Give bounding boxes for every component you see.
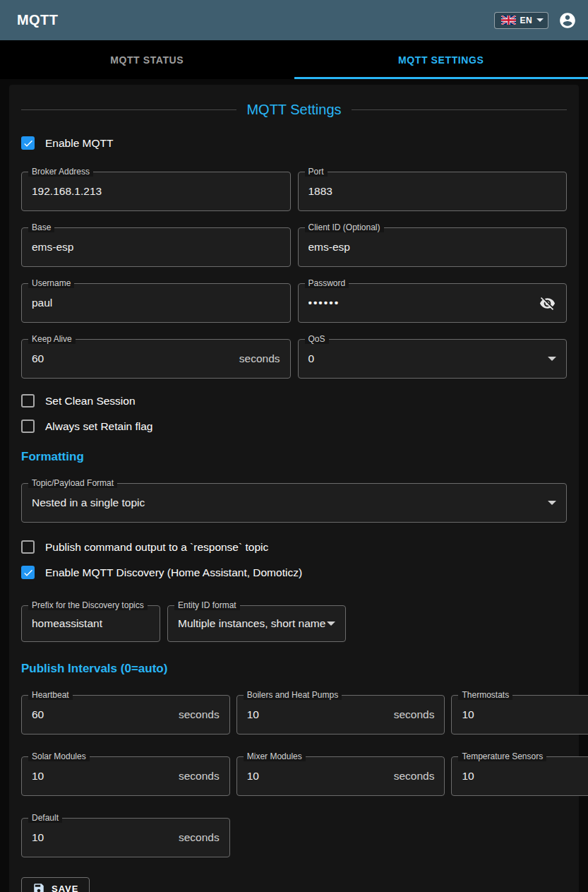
- divider-line: [21, 109, 236, 110]
- password-input[interactable]: [308, 297, 539, 309]
- discovery-row: Enable MQTT Discovery (Home Assistant, D…: [21, 566, 567, 579]
- broker-address-input[interactable]: [32, 185, 280, 198]
- base-label: Base: [28, 222, 54, 232]
- default-label: Default: [28, 813, 62, 823]
- mixer-input[interactable]: [247, 770, 388, 783]
- client-id-input[interactable]: [308, 241, 557, 254]
- dropdown-arrow-icon: [548, 501, 556, 505]
- keep-alive-label: Keep Alive: [28, 334, 76, 344]
- clean-session-row: Set Clean Session: [21, 394, 567, 408]
- save-button-label: SAVE: [52, 884, 78, 892]
- response-topic-checkbox[interactable]: [21, 540, 35, 554]
- topic-format-value: Nested in a single topic: [32, 496, 548, 509]
- save-button[interactable]: SAVE: [21, 877, 90, 892]
- username-label: Username: [28, 278, 74, 288]
- keep-alive-field: Keep Alive seconds: [21, 339, 291, 379]
- qos-label: QoS: [305, 334, 329, 344]
- qos-select[interactable]: QoS 0: [298, 339, 568, 379]
- solar-unit: seconds: [179, 770, 220, 783]
- base-field: Base: [21, 227, 291, 267]
- interval-field-solar: Solar Modules seconds: [21, 756, 230, 796]
- solar-label: Solar Modules: [28, 751, 90, 761]
- app-bar: MQTT EN: [0, 0, 588, 40]
- enable-mqtt-checkbox[interactable]: [21, 136, 35, 150]
- broker-address-field: Broker Address: [21, 172, 291, 211]
- retain-flag-label: Always set Retain flag: [45, 420, 153, 433]
- enable-mqtt-label: Enable MQTT: [45, 137, 113, 150]
- interval-field-mixer: Mixer Modules seconds: [236, 756, 445, 796]
- interval-field-boilers: Boilers and Heat Pumps seconds: [236, 695, 445, 735]
- page-heading: MQTT Settings: [21, 102, 567, 118]
- check-icon: [23, 567, 34, 578]
- boilers-unit: seconds: [394, 708, 435, 721]
- client-id-label: Client ID (Optional): [305, 222, 384, 232]
- discovery-label: Enable MQTT Discovery (Home Assistant, D…: [45, 566, 302, 579]
- port-field: Port: [298, 172, 568, 211]
- boilers-input[interactable]: [247, 708, 388, 721]
- entity-format-label: Entity ID format: [174, 600, 240, 610]
- default-input[interactable]: [32, 831, 173, 844]
- port-label: Port: [305, 167, 328, 177]
- qos-value: 0: [308, 352, 548, 365]
- heartbeat-unit: seconds: [179, 708, 220, 721]
- discovery-prefix-field: Prefix for the Discovery topics: [21, 605, 160, 642]
- username-input[interactable]: [32, 297, 280, 309]
- mixer-unit: seconds: [394, 770, 435, 783]
- toggle-password-visibility-button[interactable]: [538, 294, 556, 312]
- interval-field-default: Default seconds: [21, 818, 230, 857]
- interval-field-temperature-sensors: Temperature Sensors seconds: [451, 756, 588, 796]
- thermostats-label: Thermostats: [458, 690, 512, 700]
- keep-alive-input[interactable]: [32, 352, 234, 365]
- heartbeat-label: Heartbeat: [28, 690, 73, 700]
- topic-format-label: Topic/Payload Format: [28, 478, 117, 488]
- discovery-fields-row: Prefix for the Discovery topics Entity I…: [21, 605, 567, 642]
- entity-format-select[interactable]: Entity ID format Multiple instances, sho…: [167, 605, 346, 642]
- chevron-down-icon: [536, 18, 544, 22]
- discovery-checkbox[interactable]: [21, 566, 35, 579]
- check-icon: [23, 138, 34, 149]
- port-input[interactable]: [308, 185, 557, 198]
- dropdown-arrow-icon: [327, 622, 335, 626]
- account-button[interactable]: [558, 11, 577, 30]
- default-unit: seconds: [179, 831, 220, 844]
- intervals-grid: Heartbeat seconds Boilers and Heat Pumps…: [21, 695, 567, 857]
- clean-session-label: Set Clean Session: [45, 395, 136, 408]
- mixer-label: Mixer Modules: [244, 751, 306, 761]
- interval-field-heartbeat: Heartbeat seconds: [21, 695, 230, 735]
- temperature-sensors-label: Temperature Sensors: [458, 751, 546, 761]
- boilers-label: Boilers and Heat Pumps: [244, 690, 342, 700]
- intervals-heading: Publish Intervals (0=auto): [21, 662, 567, 676]
- client-id-field: Client ID (Optional): [298, 227, 568, 267]
- base-input[interactable]: [32, 241, 280, 254]
- page-title: MQTT Settings: [246, 102, 341, 118]
- heartbeat-input[interactable]: [32, 708, 173, 721]
- tab-mqtt-settings[interactable]: MQTT SETTINGS: [294, 40, 588, 79]
- response-topic-label: Publish command output to a `response` t…: [45, 541, 268, 554]
- topic-format-select[interactable]: Topic/Payload Format Nested in a single …: [21, 483, 567, 523]
- uk-flag-icon: [501, 16, 516, 25]
- formatting-heading: Formatting: [21, 450, 567, 464]
- language-selector-button[interactable]: EN: [494, 12, 548, 29]
- temperature-sensors-input[interactable]: [462, 770, 588, 783]
- thermostats-input[interactable]: [462, 708, 588, 721]
- enable-mqtt-row: Enable MQTT: [21, 136, 567, 150]
- dropdown-arrow-icon: [548, 357, 556, 361]
- solar-input[interactable]: [32, 770, 173, 783]
- active-tab-indicator: [294, 77, 588, 79]
- discovery-prefix-label: Prefix for the Discovery topics: [28, 600, 148, 610]
- discovery-prefix-input[interactable]: [32, 617, 150, 630]
- response-topic-row: Publish command output to a `response` t…: [21, 540, 567, 554]
- visibility-off-icon: [539, 295, 556, 311]
- retain-flag-checkbox[interactable]: [21, 420, 35, 433]
- app-bar-actions: EN: [494, 11, 577, 30]
- connection-fields-grid: Broker Address Port Base Client ID (Opti…: [21, 172, 567, 379]
- entity-format-value: Multiple instances, short name: [178, 617, 327, 630]
- language-label: EN: [520, 16, 532, 25]
- app-title: MQTT: [17, 12, 58, 28]
- settings-card: MQTT Settings Enable MQTT Broker Address…: [9, 85, 579, 892]
- clean-session-checkbox[interactable]: [21, 394, 35, 408]
- broker-address-label: Broker Address: [28, 167, 93, 177]
- tab-mqtt-status[interactable]: MQTT STATUS: [0, 40, 294, 79]
- username-field: Username: [21, 283, 291, 323]
- retain-flag-row: Always set Retain flag: [21, 420, 567, 433]
